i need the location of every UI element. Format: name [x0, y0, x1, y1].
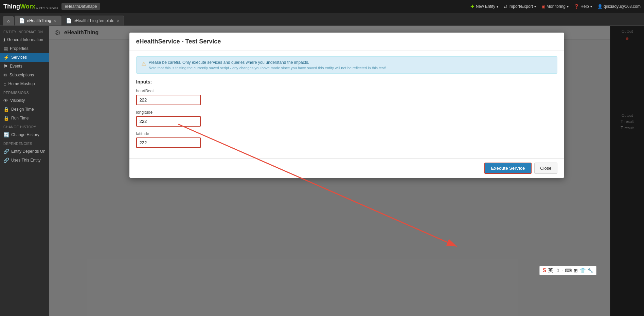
sidebar-item-visibility[interactable]: 👁 Visibility [0, 96, 49, 105]
heartbeat-input[interactable] [136, 95, 201, 105]
monitoring-button[interactable]: ▣ Monitoring ▾ [541, 4, 569, 9]
top-navbar: ThingWorx A PTC Business eHealthDatShape… [0, 0, 644, 13]
home-tab[interactable]: ⌂ [3, 16, 14, 25]
home-mashup-icon: ⌂ [3, 81, 6, 87]
entity-depends-icon: 🔗 [3, 149, 9, 154]
execute-service-button[interactable]: Execute Service [484, 163, 532, 174]
user-menu[interactable]: 👤 qinxiaoyu@163.com [597, 4, 641, 9]
home-icon: ⌂ [7, 19, 10, 23]
info-icon: ℹ [3, 37, 5, 42]
chevron-down-icon2: ▾ [534, 5, 536, 8]
modal-body: ⚠ Please be careful. Only execute servic… [129, 51, 564, 158]
monitoring-icon: ▣ [541, 4, 545, 9]
content-area: ⚙ eHealthThing Output ● Output T result … [49, 26, 644, 316]
uses-entity-icon: 🔗 [3, 157, 9, 163]
modal: eHealthService - Test Service ⚠ Please b… [129, 33, 564, 178]
alert-main: ⚠ Please be careful. Only execute servic… [141, 60, 552, 70]
sidebar-item-design-time[interactable]: 🔒 Design Time [0, 105, 49, 114]
sidebar-item-services[interactable]: ⚡ Services [0, 53, 49, 62]
inputs-label: Inputs: [136, 79, 557, 85]
services-icon: ⚡ [3, 55, 9, 60]
tab-close-1[interactable]: ✕ [53, 19, 56, 23]
input-group-heartbeat: heartBeat [136, 89, 557, 105]
sidebar-item-change-history[interactable]: 🔄 Change History [0, 130, 49, 139]
sidebar-item-properties[interactable]: ▤ Properties [0, 44, 49, 53]
events-icon: ⚑ [3, 63, 8, 69]
modal-overlay: eHealthService - Test Service ⚠ Please b… [49, 26, 644, 316]
modal-title: eHealthService - Test Service [136, 38, 557, 45]
heartbeat-label: heartBeat [136, 89, 557, 93]
logo-sub: A PTC Business [36, 3, 58, 10]
design-time-icon: 🔒 [3, 107, 9, 112]
navbar-left: ThingWorx A PTC Business eHealthDatShape [3, 3, 100, 10]
import-export-button[interactable]: ⇄ Import/Export ▾ [504, 4, 536, 9]
sidebar: ENTITY INFORMATION ℹ General Information… [0, 26, 49, 316]
plus-icon: ✚ [470, 4, 475, 9]
properties-icon: ▤ [3, 46, 8, 51]
import-export-icon: ⇄ [504, 4, 507, 9]
sidebar-item-home-mashup[interactable]: ⌂ Home Mashup [0, 79, 49, 88]
alert-sub: Note that this is testing the currently … [149, 66, 386, 70]
input-group-longitude: longitude [136, 110, 557, 127]
chevron-down-icon: ▾ [497, 5, 498, 8]
run-time-icon: 🔒 [3, 115, 9, 121]
sidebar-item-run-time[interactable]: 🔒 Run Time [0, 114, 49, 123]
latitude-input[interactable] [136, 137, 201, 148]
chevron-down-icon4: ▾ [590, 5, 592, 8]
alert-text: Please be careful. Only execute services… [149, 60, 386, 65]
modal-header: eHealthService - Test Service [129, 33, 564, 51]
logo: ThingWorx A PTC Business [3, 3, 58, 10]
subscriptions-icon: ✉ [3, 72, 7, 78]
visibility-icon: 👁 [3, 98, 8, 103]
sidebar-item-uses-this-entity[interactable]: 🔗 Uses This Entity [0, 156, 49, 165]
close-button[interactable]: Close [534, 163, 557, 174]
modal-footer: Execute Service Close [129, 158, 564, 178]
user-icon: 👤 [597, 4, 603, 9]
longitude-label: longitude [136, 110, 557, 115]
entity-info-header: ENTITY INFORMATION [0, 27, 49, 35]
help-button[interactable]: ❓ Help ▾ [574, 4, 592, 9]
navbar-right: ✚ New Entity ▾ ⇄ Import/Export ▾ ▣ Monit… [470, 4, 641, 9]
help-icon: ❓ [574, 4, 579, 9]
logo-highlight: Worx [20, 3, 35, 10]
new-entity-button[interactable]: ✚ New Entity ▾ [470, 4, 498, 9]
input-group-latitude: latitude [136, 131, 557, 148]
change-history-icon: 🔄 [3, 132, 9, 137]
dependencies-header: DEPENDENCIES [0, 139, 49, 147]
warning-icon: ⚠ [141, 60, 146, 67]
tabs-bar: ⌂ 📄 eHealthThing ✕ 📄 eHealthThingTemplat… [0, 13, 644, 26]
sidebar-item-general-info[interactable]: ℹ General Information [0, 35, 49, 44]
main-area: ENTITY INFORMATION ℹ General Information… [0, 26, 644, 316]
permissions-header: PERMISSIONS [0, 88, 49, 96]
breadcrumb[interactable]: eHealthDatShape [61, 3, 101, 10]
tab-close-2[interactable]: ✕ [117, 19, 120, 23]
longitude-input[interactable] [136, 116, 201, 127]
latitude-label: latitude [136, 131, 557, 136]
logo-text: ThingWorx [3, 3, 35, 10]
sidebar-item-entity-depends-on[interactable]: 🔗 Entity Depends On [0, 147, 49, 156]
template-tab-icon: 📄 [66, 18, 72, 23]
change-history-header: CHANGE HISTORY [0, 123, 49, 130]
tab-ehealth-thing[interactable]: 📄 eHealthThing ✕ [15, 16, 60, 25]
sidebar-item-subscriptions[interactable]: ✉ Subscriptions [0, 71, 49, 79]
thing-tab-icon: 📄 [19, 18, 25, 23]
alert-box: ⚠ Please be careful. Only execute servic… [136, 56, 557, 74]
chevron-down-icon3: ▾ [567, 5, 569, 8]
tab-ehealth-thing-template[interactable]: 📄 eHealthThingTemplate ✕ [61, 16, 124, 25]
sidebar-item-events[interactable]: ⚑ Events [0, 62, 49, 71]
